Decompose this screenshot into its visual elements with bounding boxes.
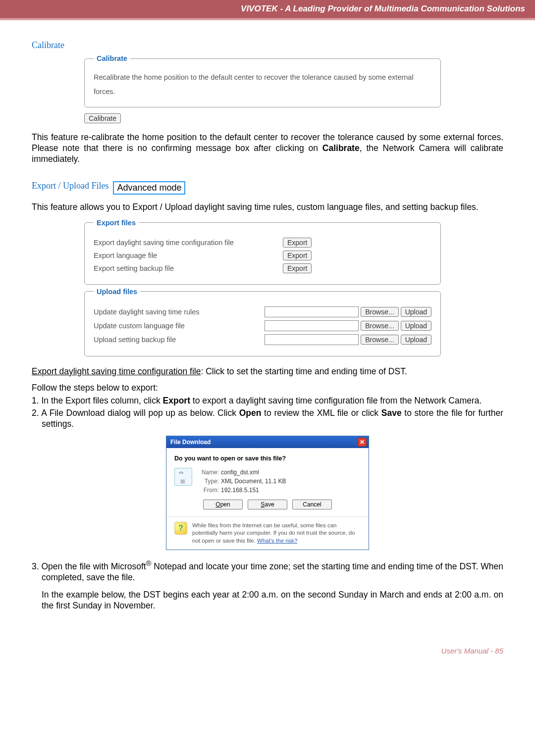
dialog-cancel-button[interactable]: Cancel (292, 500, 332, 509)
calibrate-body-bold: Calibrate (322, 143, 360, 153)
page-header: VIVOTEK - A Leading Provider of Multimed… (0, 0, 535, 19)
step1-b: Export (163, 396, 190, 405)
export-backup-label: Export setting backup file (94, 264, 267, 272)
dialog-divider (166, 516, 369, 517)
upload-backup-input[interactable] (265, 334, 359, 345)
calibrate-group: Calibrate Recalibrate the home position … (84, 54, 441, 107)
export-lang-label: Export language file (94, 252, 267, 259)
step2-a: 2. A File Download dialog will pop up as… (32, 408, 239, 418)
meta-name-v: config_dst.xml (221, 469, 259, 476)
step1-a: 1. In the Export files column, click (32, 396, 163, 405)
export-dst-button[interactable]: Export (283, 238, 312, 248)
meta-type-k: Type: (198, 477, 219, 486)
open-u: O (215, 501, 220, 508)
shield-question-icon: ? (174, 522, 187, 535)
export-dst-lead-underline: Export daylight saving time configuratio… (32, 366, 201, 376)
dialog-titlebar: File Download ✕ (166, 436, 369, 448)
export-steps-cont: 3. Open the file with Microsoft® Notepad… (32, 559, 503, 611)
file-download-dialog: File Download ✕ Do you want to open or s… (166, 436, 369, 551)
meta-from-v: 192.168.5.151 (221, 487, 259, 494)
upload-dst-input[interactable] (265, 306, 359, 317)
upload-lang-browse[interactable]: Browse... (361, 321, 398, 331)
export-files-group: Export files Export daylight saving time… (84, 219, 441, 285)
whats-the-risk-link[interactable]: What's the risk? (257, 538, 297, 544)
dialog-title: File Download (170, 439, 211, 446)
export-upload-intro: This feature allows you to Export / Uplo… (32, 202, 503, 213)
page-footer: User's Manual - 85 (0, 627, 535, 670)
follow-steps: Follow the steps below to export: (32, 383, 503, 393)
export-files-legend: Export files (94, 219, 139, 227)
step-2: 2. A File Download dialog will pop up as… (32, 407, 503, 430)
calibrate-button[interactable]: Calibrate (84, 113, 121, 123)
footer-page: 85 (495, 647, 503, 655)
upload-lang-input[interactable] (265, 320, 359, 331)
meta-type-v: XML Document, 11.1 KB (221, 478, 286, 485)
xml-file-icon (174, 468, 192, 486)
close-icon[interactable]: ✕ (358, 438, 367, 447)
step3-para: In the example below, the DST begins eac… (42, 589, 503, 611)
upload-backup-upload[interactable]: Upload (401, 335, 431, 345)
dialog-warning: ? While files from the Internet can be u… (174, 522, 361, 545)
upload-dst-label: Update daylight saving time rules (94, 308, 207, 316)
dialog-save-button[interactable]: Save (248, 500, 287, 509)
export-lang-button[interactable]: Export (283, 251, 312, 260)
step3-a: 3. Open the file with Microsoft (32, 561, 146, 571)
dialog-open-button[interactable]: Open (203, 500, 243, 509)
step3-reg: ® (146, 559, 152, 567)
upload-dst-browse[interactable]: Browse... (361, 307, 398, 317)
calibrate-heading: Calibrate (32, 40, 503, 50)
step2-b: Open (239, 408, 262, 418)
step2-c: to review the XML file or click (261, 408, 381, 418)
upload-lang-label: Update custom language file (94, 322, 207, 330)
advanced-mode-badge: Advanced mode (113, 181, 185, 195)
export-upload-heading: Export / Upload Files (32, 181, 109, 191)
calibrate-desc: Recalibrate the home position to the def… (94, 70, 431, 99)
calibrate-body: This feature re-calibrate the home posit… (32, 132, 503, 165)
upload-backup-label: Upload setting backup file (94, 336, 207, 344)
save-u: S (261, 501, 265, 508)
dialog-file-meta: Name:config_dst.xml Type:XML Document, 1… (198, 468, 286, 495)
step-1: 1. In the Export files column, click Exp… (32, 395, 503, 406)
export-upload-heading-row: Export / Upload Files Advanced mode (32, 181, 503, 195)
upload-files-legend: Upload files (94, 288, 140, 296)
export-dst-lead: Export daylight saving time configuratio… (32, 366, 503, 377)
header-tagline: VIVOTEK - A Leading Provider of Multimed… (241, 4, 525, 13)
upload-backup-browse[interactable]: Browse... (361, 335, 398, 345)
export-dst-label: Export daylight saving time configuratio… (94, 239, 267, 247)
calibrate-legend: Calibrate (94, 54, 130, 62)
step1-c: to export a daylight saving time configu… (190, 396, 482, 405)
dialog-question: Do you want to open or save this file? (174, 455, 361, 462)
step-3: 3. Open the file with Microsoft® Notepad… (32, 559, 503, 611)
upload-lang-upload[interactable]: Upload (401, 321, 431, 331)
meta-name-k: Name: (198, 468, 219, 477)
step2-d: Save (381, 408, 402, 418)
export-steps: 1. In the Export files column, click Exp… (32, 395, 503, 429)
footer-label: User's Manual - (441, 647, 495, 655)
upload-files-group: Upload files Update daylight saving time… (84, 288, 441, 356)
export-dst-lead-rest: : Click to set the starting time and end… (201, 366, 407, 376)
export-backup-button[interactable]: Export (283, 263, 312, 273)
meta-from-k: From: (198, 486, 219, 495)
upload-dst-upload[interactable]: Upload (401, 307, 431, 317)
